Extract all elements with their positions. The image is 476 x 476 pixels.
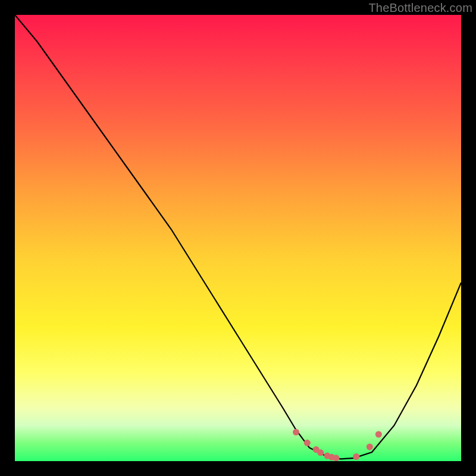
bottleneck-curve bbox=[15, 15, 461, 461]
curve-path bbox=[15, 15, 461, 459]
chart-frame: TheBottleneck.com bbox=[0, 0, 476, 476]
plot-area bbox=[15, 15, 461, 461]
curve-marker bbox=[293, 429, 299, 436]
curve-markers bbox=[293, 429, 382, 461]
curve-marker bbox=[317, 449, 324, 456]
curve-marker bbox=[333, 455, 340, 461]
curve-marker bbox=[367, 444, 373, 450]
watermark-text: TheBottleneck.com bbox=[368, 1, 472, 15]
curve-marker bbox=[375, 431, 382, 438]
curve-marker bbox=[304, 440, 311, 446]
curve-marker bbox=[353, 453, 359, 460]
